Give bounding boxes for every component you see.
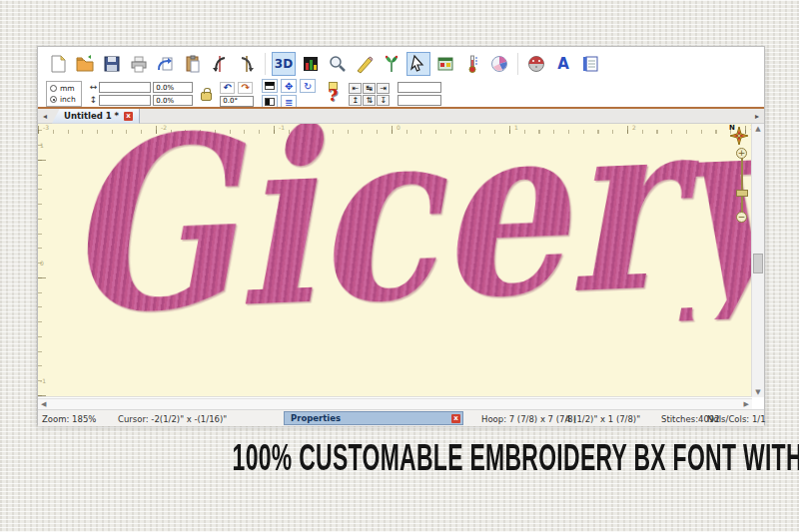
inch-label: inch [60, 95, 76, 104]
align-bottom-button[interactable]: ↧ [377, 95, 390, 106]
zoom-tool-button[interactable] [326, 52, 350, 76]
align-top-button[interactable]: ↥ [349, 95, 362, 106]
refresh-view-button[interactable]: ↻ [300, 79, 316, 93]
canvas-zoom-slider[interactable]: + − [735, 148, 749, 224]
tab-untitled-1[interactable]: Untitled 1 * x [52, 109, 140, 124]
view-buttons: ✥ ↻ ≣ [262, 79, 317, 109]
tab-scroll-left-icon[interactable]: ◂ [38, 112, 52, 121]
scroll-right-icon[interactable]: ▶ [744, 400, 749, 408]
help-button[interactable]: ? [325, 82, 341, 106]
density-tool-button[interactable] [460, 52, 484, 76]
properties-panel-title: Properties [291, 413, 341, 423]
realistic-view-button[interactable] [262, 79, 278, 93]
compass-widget[interactable]: N [729, 126, 749, 146]
density-thermometer-icon [462, 54, 482, 74]
align-right-button[interactable]: ⇥ [377, 83, 390, 94]
vertical-scroll-thumb[interactable] [753, 254, 763, 273]
tab-close-icon[interactable]: x [124, 112, 133, 121]
toolbar-separator [265, 53, 266, 75]
tab-label: Untitled 1 * [64, 111, 119, 121]
caption-text: 100% CUSTOMABLE EMBROIDERY BX FONT WITH … [233, 437, 799, 479]
rotation-input[interactable] [220, 96, 254, 107]
mm-radio[interactable] [50, 85, 57, 92]
tab-scroll-right-icon[interactable]: ▸ [750, 112, 764, 121]
size-controls: ↔ ↕ [90, 82, 194, 106]
new-button[interactable] [46, 52, 70, 76]
scroll-down-icon[interactable]: ▼ [752, 388, 764, 396]
vertical-scrollbar[interactable]: ▲ ▼ [751, 124, 764, 397]
lettering-button[interactable]: A [551, 52, 575, 76]
zoom-out-icon[interactable]: − [736, 212, 747, 223]
fit-to-window-button[interactable]: ✥ [281, 79, 297, 93]
width-arrow-icon: ↔ [90, 83, 98, 92]
compass-north-label: N [729, 124, 735, 132]
design-canvas[interactable]: -3-2-10123 10-1 Gicery N + − [38, 124, 752, 397]
undo-button[interactable]: ↶ [220, 82, 235, 94]
height-percent-input[interactable] [153, 95, 193, 106]
width-input[interactable] [99, 82, 151, 93]
paste-button[interactable] [181, 52, 205, 76]
properties-window-button[interactable] [433, 52, 457, 76]
redo-button[interactable]: ↷ [238, 82, 253, 94]
align-left-button[interactable]: ⇤ [349, 83, 362, 94]
list-icon: ≣ [285, 97, 293, 108]
stitch-simulator-button[interactable] [380, 52, 403, 76]
scroll-up-icon[interactable]: ▲ [752, 125, 764, 133]
select-cursor-icon [408, 54, 428, 74]
properties-close-icon[interactable]: x [451, 414, 460, 423]
paste-icon [183, 54, 203, 74]
align-middle-button[interactable]: ⇅ [363, 95, 376, 106]
open-button[interactable] [73, 52, 97, 76]
properties-panel-header[interactable]: Properties x [284, 411, 463, 425]
properties-window-icon [435, 54, 455, 74]
settings-button[interactable] [524, 52, 548, 76]
height-input[interactable] [99, 95, 151, 106]
embroidery-design-text[interactable]: Gicery [60, 124, 752, 346]
status-zoom: Zoom: 185% [42, 414, 96, 424]
color-bar-chart-button[interactable] [299, 52, 323, 76]
align-y-input[interactable] [398, 95, 441, 106]
status-needles-colors: Ndls/Cols: 1/1 [707, 414, 766, 424]
copy-button[interactable] [154, 52, 178, 76]
horizontal-scrollbar[interactable]: ◀ ▶ [38, 398, 752, 409]
undo-redo-rotate-group: ↶ ↷ [220, 82, 254, 107]
inch-radio[interactable] [50, 96, 57, 103]
aspect-lock-icon[interactable] [201, 92, 212, 101]
width-percent-input[interactable] [153, 82, 193, 93]
zoom-in-icon[interactable]: + [736, 148, 747, 159]
notes-button[interactable] [578, 52, 602, 76]
print-button[interactable] [127, 52, 151, 76]
open-icon [75, 54, 95, 74]
align-center-h-button[interactable]: ↹ [363, 83, 376, 94]
unit-inch-option[interactable]: inch [50, 95, 76, 104]
settings-ball-icon [526, 54, 546, 74]
flip-vertical-button[interactable] [235, 52, 259, 76]
select-tool-button[interactable] [406, 52, 430, 76]
color-wheel-button[interactable] [487, 52, 511, 76]
status-design-size: 4 (1/2)" x 1 (7/8)" [565, 414, 640, 424]
copy-icon [156, 54, 176, 74]
status-hoop: Hoop: 7 (7/8) x 7 (7/8) [481, 414, 576, 424]
flip-horizontal-icon [210, 54, 230, 74]
color-wheel-icon [489, 54, 509, 74]
height-arrow-icon: ↕ [90, 96, 98, 105]
3d-view-button[interactable]: 3D [272, 52, 296, 76]
zoom-slider-handle[interactable] [736, 190, 748, 197]
toolbar-separator [517, 53, 518, 75]
zoom-slider-track[interactable] [741, 154, 743, 218]
3d-view-icon: 3D [275, 57, 293, 71]
refresh-icon: ↻ [304, 81, 312, 92]
save-button[interactable] [100, 52, 124, 76]
notes-icon [580, 54, 600, 74]
new-icon [48, 54, 68, 74]
color-bar-chart-icon [301, 54, 321, 74]
align-x-input[interactable] [398, 82, 441, 93]
status-bar: Zoom: 185% Cursor: -2(1/2)" x -(1/16)" P… [38, 409, 764, 426]
embroidery-app-window: 3D A mm inch ↔ ↕ [37, 46, 765, 425]
unit-mm-option[interactable]: mm [50, 84, 76, 93]
print-icon [129, 54, 149, 74]
measure-tool-button[interactable] [353, 52, 377, 76]
mm-label: mm [60, 84, 75, 93]
scroll-left-icon[interactable]: ◀ [41, 400, 46, 408]
flip-horizontal-button[interactable] [208, 52, 232, 76]
